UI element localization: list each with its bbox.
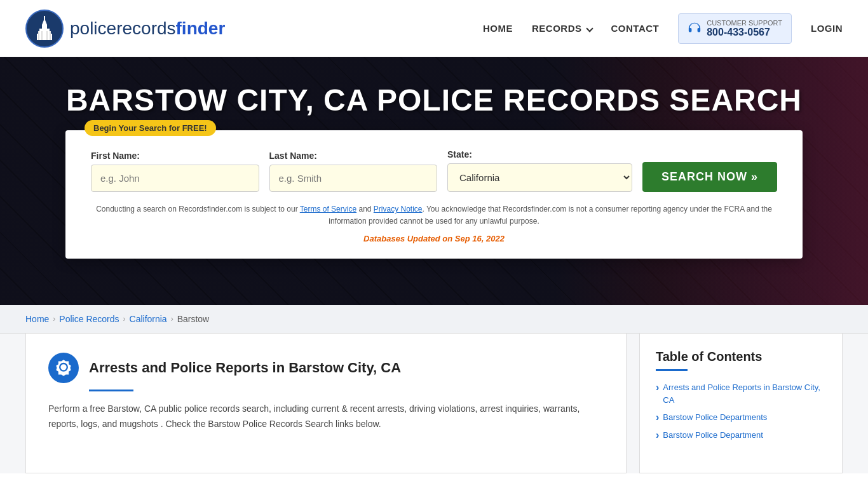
search-fields: First Name: Last Name: State: AlabamaAla…	[91, 149, 777, 192]
nav-records-label: RECORDS	[532, 23, 582, 34]
privacy-link[interactable]: Privacy Notice	[374, 205, 423, 214]
logo-icon	[25, 10, 64, 48]
hero-section: BARSTOW CITY, CA POLICE RECORDS SEARCH B…	[0, 57, 868, 305]
support-number: 800-433-0567	[707, 27, 782, 38]
db-updated: Databases Updated on Sep 16, 2022	[91, 234, 777, 243]
first-name-label: First Name:	[91, 151, 259, 161]
breadcrumb-california[interactable]: California	[130, 314, 167, 324]
nav-contact[interactable]: CONTACT	[611, 23, 660, 34]
toc-underline	[656, 369, 688, 371]
toc-link[interactable]: Arrests and Police Reports in Barstow Ci…	[663, 381, 826, 406]
customer-support-block: CUSTOMER SUPPORT 800-433-0567	[678, 13, 792, 44]
svg-rect-5	[44, 16, 45, 20]
toc-item: Arrests and Police Reports in Barstow Ci…	[656, 381, 826, 406]
first-name-group: First Name:	[91, 151, 259, 192]
logo-name-bold: finder	[176, 18, 226, 38]
content-left: Arrests and Police Reports in Barstow Ci…	[25, 334, 627, 473]
title-underline	[89, 390, 133, 391]
breadcrumb: Home › Police Records › California › Bar…	[0, 305, 868, 334]
tos-link[interactable]: Terms of Service	[300, 205, 356, 214]
chevron-down-icon	[586, 25, 593, 32]
content-text: Perform a free Barstow, CA public police…	[48, 402, 604, 432]
svg-rect-3	[42, 25, 47, 30]
search-button[interactable]: SEARCH NOW »	[642, 162, 777, 192]
breadcrumb-home[interactable]: Home	[25, 314, 49, 324]
search-box: Begin Your Search for FREE! First Name: …	[65, 130, 803, 259]
main-nav: HOME RECORDS CONTACT CUSTOMER SUPPORT 80…	[483, 13, 843, 44]
support-info: CUSTOMER SUPPORT 800-433-0567	[707, 19, 782, 38]
state-group: State: AlabamaAlaskaArizonaArkansasCalif…	[447, 149, 632, 192]
db-updated-label: Databases Updated on	[363, 234, 452, 243]
login-button[interactable]: LOGIN	[811, 23, 843, 34]
toc-title: Table of Contents	[656, 349, 826, 364]
db-updated-date: Sep 16, 2022	[455, 234, 505, 243]
svg-rect-7	[41, 31, 43, 40]
breadcrumb-police-records[interactable]: Police Records	[59, 314, 119, 324]
breadcrumb-barstow: Barstow	[177, 314, 210, 324]
breadcrumb-sep-3: ›	[171, 315, 173, 323]
logo[interactable]: policerecordsfinder	[25, 10, 225, 48]
page-title: BARSTOW CITY, CA POLICE RECORDS SEARCH	[41, 57, 827, 130]
last-name-group: Last Name:	[269, 151, 438, 192]
toc-item: Barstow Police Departments	[656, 411, 826, 424]
svg-rect-8	[46, 31, 48, 40]
logo-name-main: policerecords	[70, 18, 176, 38]
breadcrumb-sep-1: ›	[53, 315, 55, 323]
logo-wordmark: policerecordsfinder	[70, 18, 225, 39]
free-badge: Begin Your Search for FREE!	[85, 120, 216, 136]
nav-home[interactable]: HOME	[483, 23, 513, 34]
section-header: Arrests and Police Reports in Barstow Ci…	[48, 353, 604, 383]
last-name-label: Last Name:	[269, 151, 438, 161]
last-name-input[interactable]	[269, 165, 438, 192]
toc-link[interactable]: Barstow Police Department	[663, 429, 763, 442]
state-label: State:	[447, 149, 632, 159]
support-label: CUSTOMER SUPPORT	[707, 19, 782, 27]
headset-icon	[688, 22, 702, 36]
toc-link[interactable]: Barstow Police Departments	[663, 411, 767, 424]
toc-item: Barstow Police Department	[656, 429, 826, 442]
state-select[interactable]: AlabamaAlaskaArizonaArkansasCaliforniaCo…	[447, 163, 632, 192]
first-name-input[interactable]	[91, 165, 259, 192]
table-of-contents: Table of Contents Arrests and Police Rep…	[639, 334, 843, 473]
badge-icon	[48, 353, 79, 383]
toc-list: Arrests and Police Reports in Barstow Ci…	[656, 381, 826, 441]
police-badge-icon	[55, 359, 72, 377]
svg-rect-9	[50, 31, 51, 40]
svg-rect-6	[38, 31, 39, 40]
site-header: policerecordsfinder HOME RECORDS CONTACT…	[0, 0, 868, 57]
main-content: Arrests and Police Reports in Barstow Ci…	[0, 334, 868, 473]
disclaimer-text: Conducting a search on Recordsfinder.com…	[91, 203, 777, 227]
nav-records[interactable]: RECORDS	[532, 23, 592, 34]
breadcrumb-sep-2: ›	[123, 315, 126, 323]
section-title: Arrests and Police Reports in Barstow Ci…	[89, 360, 401, 376]
